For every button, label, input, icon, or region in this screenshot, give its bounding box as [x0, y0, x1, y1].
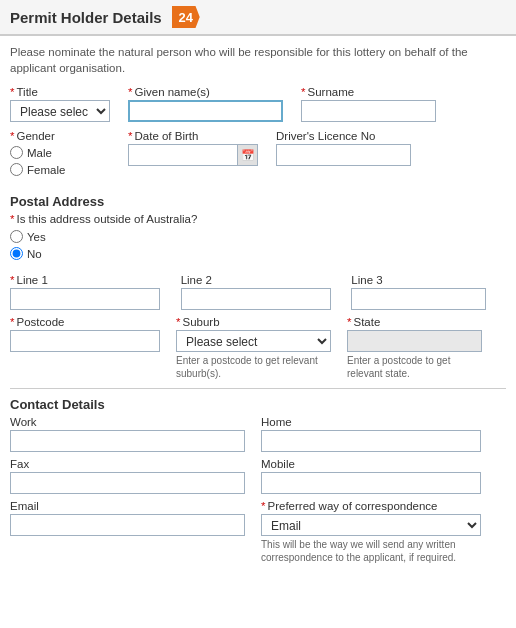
outside-australia-label: *Is this address outside of Australia? [10, 213, 506, 225]
dob-label: *Date of Birth [128, 130, 258, 142]
home-input[interactable] [261, 430, 481, 452]
postal-address-title: Postal Address [10, 194, 506, 209]
email-label: Email [10, 500, 245, 512]
preferred-hint: This will be the way we will send any wr… [261, 538, 481, 564]
line1-input[interactable] [10, 288, 160, 310]
email-input[interactable] [10, 514, 245, 536]
line3-input[interactable] [351, 288, 486, 310]
work-label: Work [10, 416, 245, 428]
dob-field[interactable]: 📅 [128, 144, 258, 166]
contact-details-title: Contact Details [10, 397, 506, 412]
title-label: *Title [10, 86, 110, 98]
male-radio-label[interactable]: Male [10, 146, 110, 159]
surname-input[interactable] [301, 100, 436, 122]
female-radio-label[interactable]: Female [10, 163, 110, 176]
suburb-select[interactable]: Please select [176, 330, 331, 352]
calendar-icon[interactable]: 📅 [237, 145, 257, 165]
postcode-label: *Postcode [10, 316, 160, 328]
yes-radio-label[interactable]: Yes [10, 230, 506, 243]
no-radio-label[interactable]: No [10, 247, 506, 260]
work-input[interactable] [10, 430, 245, 452]
title-select[interactable]: Please select: Mr Mrs Ms Miss Dr Prof [10, 100, 110, 122]
suburb-hint: Enter a postcode to get relevant suburb(… [176, 354, 331, 380]
line2-input[interactable] [181, 288, 331, 310]
suburb-label: *Suburb [176, 316, 331, 328]
page-description: Please nominate the natural person who w… [0, 36, 516, 86]
female-radio[interactable] [10, 163, 23, 176]
contact-details-section: Contact Details Work Home Fax Mobile [10, 397, 506, 564]
no-radio[interactable] [10, 247, 23, 260]
drivers-licence-label: Driver's Licence No [276, 130, 411, 142]
home-label: Home [261, 416, 481, 428]
postal-address-section: Postal Address *Is this address outside … [10, 194, 506, 380]
preferred-label: *Preferred way of correspondence [261, 500, 481, 512]
mobile-label: Mobile [261, 458, 481, 470]
preferred-select[interactable]: Email Post Fax [261, 514, 481, 536]
state-hint: Enter a postcode to get relevant state. [347, 354, 482, 380]
dob-input[interactable] [129, 145, 237, 165]
given-names-label: *Given name(s) [128, 86, 283, 98]
state-label: *State [347, 316, 482, 328]
line3-label: Line 3 [351, 274, 506, 286]
given-names-input[interactable] [128, 100, 283, 122]
gender-label: *Gender [10, 130, 110, 142]
mobile-input[interactable] [261, 472, 481, 494]
line1-label: *Line 1 [10, 274, 165, 286]
state-input[interactable] [347, 330, 482, 352]
fax-label: Fax [10, 458, 245, 470]
drivers-licence-input[interactable] [276, 144, 411, 166]
line2-label: Line 2 [181, 274, 336, 286]
male-radio[interactable] [10, 146, 23, 159]
step-badge: 24 [172, 6, 200, 28]
surname-label: *Surname [301, 86, 436, 98]
fax-input[interactable] [10, 472, 245, 494]
page-title: Permit Holder Details [10, 9, 162, 26]
postcode-input[interactable] [10, 330, 160, 352]
yes-radio[interactable] [10, 230, 23, 243]
page-header: Permit Holder Details 24 [0, 0, 516, 36]
